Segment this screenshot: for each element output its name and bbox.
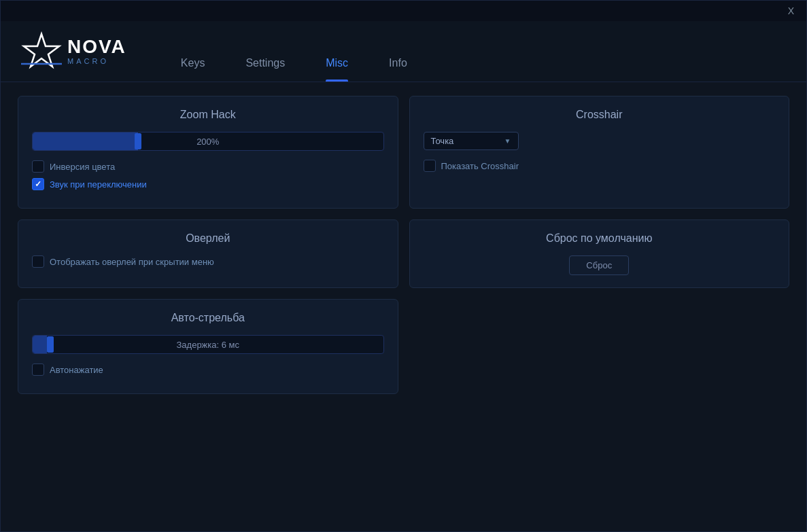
tab-info[interactable]: Info (389, 57, 407, 82)
main-content: Zoom Hack 200% Инверсия цвета Звук при п… (1, 82, 806, 531)
title-bar: X (1, 1, 806, 21)
auto-slider-label: Задержка: 6 мс (33, 340, 383, 350)
logo: NOVA MACRO (21, 31, 126, 72)
autopress-label: Автонажатие (50, 365, 103, 375)
reset-card: Сброс по умолчанию Сброс (409, 219, 790, 288)
overlay-title: Оверлей (32, 232, 384, 245)
reset-button[interactable]: Сброс (569, 255, 629, 275)
svg-marker-0 (24, 34, 59, 67)
crosshair-content: Точка ▼ Показать Crosshair (424, 132, 776, 177)
logo-star-icon (21, 31, 62, 72)
auto-slider-thumb[interactable] (47, 336, 54, 353)
autofire-title: Авто-стрельба (32, 312, 384, 324)
sound-checkbox[interactable] (32, 178, 44, 190)
crosshair-title: Crosshair (424, 109, 776, 121)
autopress-checkbox[interactable] (32, 363, 44, 376)
zoom-slider-thumb[interactable] (135, 133, 141, 149)
tab-keys[interactable]: Keys (181, 57, 205, 82)
crosshair-dropdown[interactable]: Точка ▼ (424, 132, 519, 150)
zoom-slider[interactable]: 200% (32, 132, 384, 151)
inversion-label: Инверсия цвета (50, 162, 115, 172)
overlay-card: Оверлей Отображать оверлей при скрытии м… (18, 219, 398, 288)
zoomhack-card: Zoom Hack 200% Инверсия цвета Звук при п… (18, 96, 398, 209)
chevron-down-icon: ▼ (504, 137, 511, 145)
inversion-checkbox[interactable] (32, 160, 44, 173)
show-overlay-checkbox[interactable] (32, 255, 44, 268)
logo-text: NOVA MACRO (67, 37, 126, 65)
sound-label: Звук при переключении (50, 179, 147, 190)
autopress-row: Автонажатие (32, 363, 384, 376)
show-crosshair-checkbox[interactable] (424, 160, 436, 172)
show-crosshair-label: Показать Crosshair (441, 161, 519, 171)
close-button[interactable]: X (784, 5, 798, 17)
crosshair-card: Crosshair Точка ▼ Показать Crosshair (409, 96, 790, 209)
auto-slider-fill (33, 336, 47, 353)
auto-slider[interactable]: Задержка: 6 мс (32, 335, 384, 354)
crosshair-dropdown-value: Точка (431, 136, 454, 146)
reset-title: Сброс по умолчанию (424, 232, 776, 245)
show-overlay-label: Отображать оверлей при скрытии меню (50, 257, 214, 267)
nav-tabs: Keys Settings Misc Info (181, 21, 407, 82)
show-overlay-row: Отображать оверлей при скрытии меню (32, 255, 384, 268)
autofire-card: Авто-стрельба Задержка: 6 мс Автонажатие (18, 299, 398, 394)
zoomhack-title: Zoom Hack (32, 109, 384, 121)
show-crosshair-row: Показать Crosshair (424, 160, 519, 172)
sound-row: Звук при переключении (32, 178, 384, 190)
header: NOVA MACRO Keys Settings Misc Info (1, 21, 806, 82)
logo-macro: MACRO (67, 58, 126, 65)
logo-nova: NOVA (67, 37, 126, 56)
inversion-row: Инверсия цвета (32, 160, 384, 173)
tab-settings[interactable]: Settings (245, 57, 285, 82)
zoom-slider-fill (33, 132, 138, 150)
tab-misc[interactable]: Misc (326, 57, 348, 82)
app-window: X NOVA MACRO Keys Settings Misc Info Zoo… (0, 0, 807, 532)
